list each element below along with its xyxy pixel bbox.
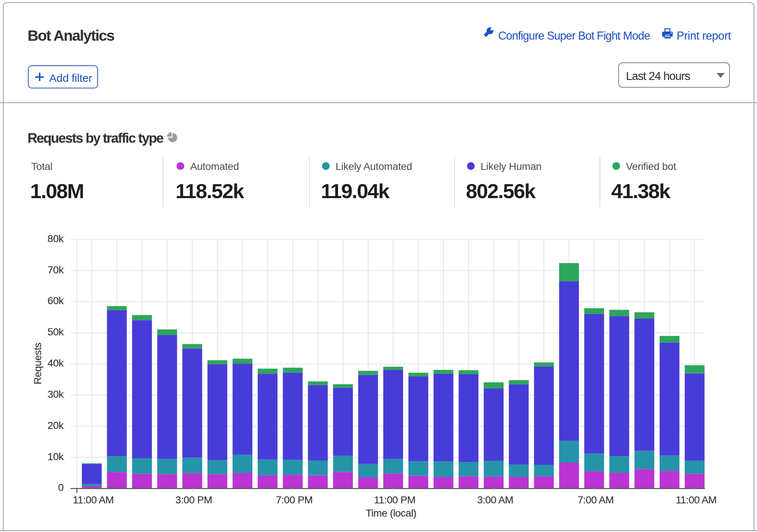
svg-text:11:00 AM: 11:00 AM: [675, 494, 716, 506]
svg-text:3:00 AM: 3:00 AM: [477, 494, 513, 506]
svg-text:11:00 AM: 11:00 AM: [73, 494, 113, 506]
svg-text:Time (local): Time (local): [366, 507, 416, 519]
svg-text:20k: 20k: [47, 420, 64, 431]
svg-text:Requests: Requests: [32, 343, 43, 385]
svg-text:80k: 80k: [47, 233, 64, 244]
svg-text:11:00 PM: 11:00 PM: [374, 494, 416, 506]
svg-text:50k: 50k: [47, 326, 64, 338]
svg-text:7:00 AM: 7:00 AM: [577, 494, 614, 506]
svg-text:70k: 70k: [47, 264, 64, 276]
svg-text:10k: 10k: [47, 451, 64, 462]
svg-text:7:00 PM: 7:00 PM: [276, 494, 312, 506]
svg-text:40k: 40k: [47, 357, 64, 369]
svg-text:60k: 60k: [47, 295, 64, 306]
svg-text:3:00 PM: 3:00 PM: [175, 494, 212, 506]
svg-text:30k: 30k: [47, 389, 64, 400]
svg-text:0: 0: [58, 482, 64, 493]
